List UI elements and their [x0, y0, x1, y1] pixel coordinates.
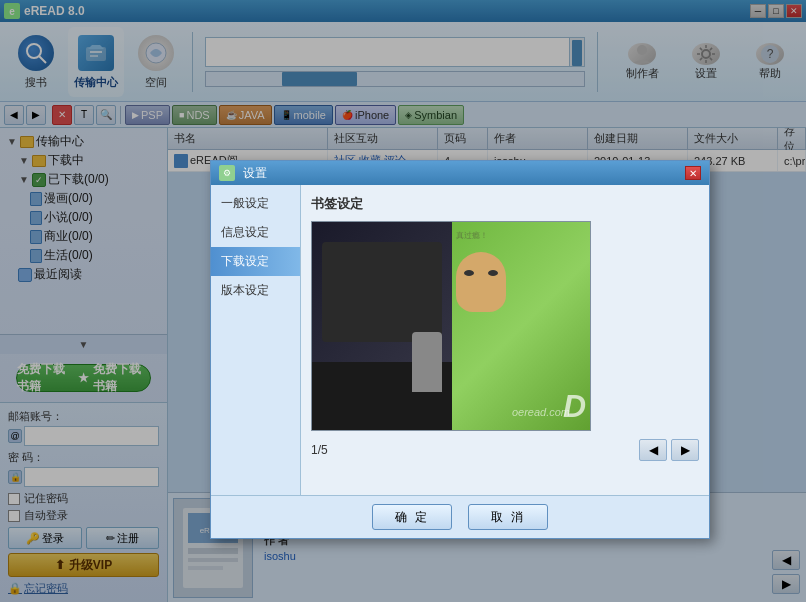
menu-general[interactable]: 一般设定	[211, 189, 300, 218]
bm-nav-btns: ◀ ▶	[639, 439, 699, 461]
bm-prev-btn[interactable]: ◀	[639, 439, 667, 461]
window-frame	[322, 242, 442, 342]
dialog-footer: 确 定 取 消	[211, 495, 709, 538]
bm-url-text: oeread.com	[512, 406, 570, 418]
dialog-title-label: 设置	[243, 165, 267, 182]
character-face	[456, 252, 506, 312]
dialog-cancel-btn[interactable]: 取 消	[468, 504, 548, 530]
bookmark-image-area: D oeread.com 真过瘾！	[311, 221, 591, 431]
bookmark-nav: 1/5 ◀ ▶	[311, 439, 699, 461]
dialog-menu: 一般设定 信息设定 下载设定 版本设定	[211, 185, 301, 495]
bm-panel-right: D oeread.com 真过瘾！	[452, 222, 590, 431]
dialog-title-bar: ⚙ 设置 ✕	[211, 161, 709, 185]
menu-info[interactable]: 信息设定	[211, 218, 300, 247]
dialog-title-left: ⚙ 设置	[219, 165, 267, 182]
dialog-body: 一般设定 信息设定 下载设定 版本设定 书签设定	[211, 185, 709, 495]
menu-download[interactable]: 下载设定	[211, 247, 300, 276]
dialog-overlay: ⚙ 设置 ✕ 一般设定 信息设定 下载设定 版本设定 书签设定	[0, 0, 806, 602]
menu-version[interactable]: 版本设定	[211, 276, 300, 305]
bm-caption: 真过瘾！	[456, 230, 488, 241]
bm-next-btn[interactable]: ▶	[671, 439, 699, 461]
bookmark-title: 书签设定	[311, 195, 699, 213]
bm-panel-left	[312, 222, 452, 431]
dialog-title-icon: ⚙	[219, 165, 235, 181]
dialog-confirm-btn[interactable]: 确 定	[372, 504, 452, 530]
character-silhouette	[412, 332, 442, 392]
settings-dialog: ⚙ 设置 ✕ 一般设定 信息设定 下载设定 版本设定 书签设定	[210, 160, 710, 539]
dialog-content: 书签设定 D oeread.com 真过瘾！	[301, 185, 709, 495]
bm-page-info: 1/5	[311, 443, 328, 457]
dialog-close-btn[interactable]: ✕	[685, 166, 701, 180]
